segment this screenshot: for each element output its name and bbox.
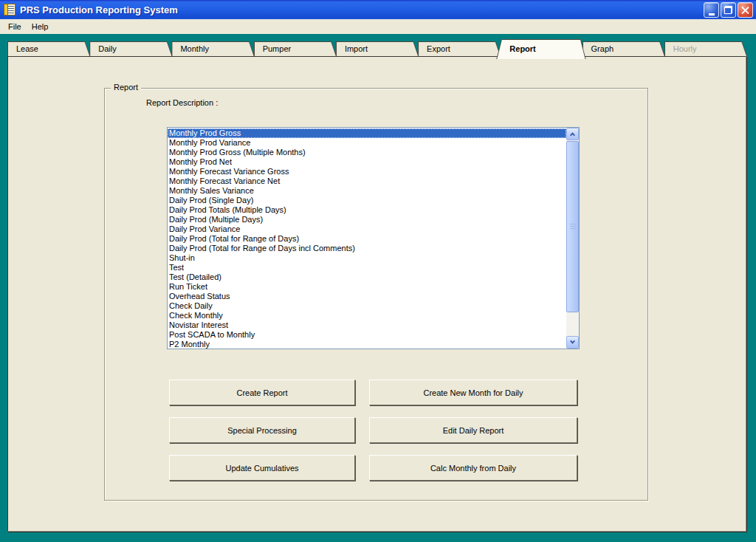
tab-label: Pumper (255, 42, 336, 56)
form-background: LeaseDailyMonthlyPumperImportExportRepor… (0, 34, 756, 542)
report-groupbox: Report Report Description : Monthly Prod… (104, 88, 648, 501)
report-groupbox-legend: Report (111, 83, 141, 92)
tab-monthly[interactable]: Monthly (171, 41, 254, 56)
list-item[interactable]: Novistar Interest (168, 320, 566, 330)
list-item[interactable]: Daily Prod Totals (Multiple Days) (168, 205, 566, 215)
list-item[interactable]: Check Daily (168, 301, 566, 311)
minimize-button[interactable] (704, 2, 719, 18)
list-item[interactable]: Overhead Status (168, 292, 566, 301)
tab-label: Export (419, 42, 500, 56)
tab-hourly: Hourly (664, 41, 747, 56)
edit-daily-report-button[interactable]: Edit Daily Report (369, 417, 577, 443)
update-cumulatives-button[interactable]: Update Cumulatives (169, 455, 355, 481)
scrollbar-grip-icon (570, 224, 576, 230)
list-item[interactable]: Test (Detailed) (168, 272, 566, 282)
app-icon (4, 4, 16, 16)
tab-pumper[interactable]: Pumper (254, 41, 337, 56)
list-item[interactable]: Shut-in (168, 253, 566, 263)
tab-label: Monthly (172, 42, 253, 56)
list-item[interactable]: Monthly Prod Gross (Multiple Months) (168, 148, 566, 157)
report-list-items: Monthly Prod GrossMonthly Prod VarianceM… (168, 128, 566, 349)
list-item[interactable]: Daily Prod Variance (168, 224, 566, 234)
title-bar: PRS Production Reporting System (0, 0, 756, 19)
list-item[interactable]: Monthly Forecast Variance Gross (168, 167, 566, 176)
list-item[interactable]: P2 Monthly (168, 340, 566, 349)
special-processing-button[interactable]: Special Processing (169, 417, 355, 443)
tab-import[interactable]: Import (336, 41, 419, 56)
tab-label: Report (497, 40, 585, 59)
list-item[interactable]: Post SCADA to Monthly (168, 330, 566, 340)
tab-label: Lease (8, 42, 89, 56)
tab-label: Import (337, 42, 418, 56)
list-item[interactable]: Test (168, 263, 566, 272)
list-item[interactable]: Daily Prod (Single Day) (168, 196, 566, 205)
scrollbar-thumb[interactable] (566, 141, 579, 312)
menu-item-help[interactable]: Help (27, 21, 54, 32)
menu-item-file[interactable]: File (3, 21, 27, 32)
scrollbar-track[interactable] (566, 140, 579, 336)
minimize-icon (709, 13, 715, 16)
tab-strip: LeaseDailyMonthlyPumperImportExportRepor… (7, 39, 746, 56)
create-new-month-for-daily-button[interactable]: Create New Month for Daily (369, 380, 577, 405)
tab-graph[interactable]: Graph (583, 41, 665, 56)
tab-label: Daily (90, 42, 171, 56)
chevron-down-icon (570, 339, 575, 344)
create-report-button[interactable]: Create Report (169, 380, 355, 405)
list-item[interactable]: Daily Prod (Multiple Days) (168, 215, 566, 224)
calc-monthly-from-daily-button[interactable]: Calc Monthly from Daily (369, 455, 577, 481)
tab-label: Graph (583, 42, 664, 56)
tab-daily[interactable]: Daily (89, 41, 172, 56)
list-item[interactable]: Monthly Prod Gross (168, 128, 566, 138)
tab-export[interactable]: Export (418, 41, 501, 56)
list-item[interactable]: Run Ticket (168, 282, 566, 292)
scroll-up-button[interactable] (566, 128, 579, 140)
report-list[interactable]: Monthly Prod GrossMonthly Prod VarianceM… (167, 127, 580, 349)
scroll-down-button[interactable] (566, 336, 579, 349)
restore-button[interactable] (721, 2, 736, 18)
window-controls (704, 2, 753, 18)
close-icon (740, 5, 750, 15)
report-description-label: Report Description : (146, 98, 218, 107)
report-tab-page: Report Report Description : Monthly Prod… (7, 56, 746, 532)
tab-label: Hourly (665, 42, 746, 56)
chevron-up-icon (570, 132, 575, 137)
app-window: PRS Production Reporting System FileHelp… (0, 0, 756, 542)
list-item[interactable]: Daily Prod (Total for Range of Days) (168, 234, 566, 244)
close-button[interactable] (738, 2, 753, 18)
menu-bar: FileHelp (0, 19, 756, 34)
restore-icon (724, 6, 732, 14)
list-item[interactable]: Monthly Prod Variance (168, 138, 566, 148)
tab-report[interactable]: Report (496, 39, 585, 59)
window-title: PRS Production Reporting System (20, 4, 178, 16)
list-item[interactable]: Check Monthly (168, 311, 566, 320)
list-item[interactable]: Monthly Forecast Variance Net (168, 176, 566, 186)
report-list-scrollbar[interactable] (566, 128, 579, 349)
list-item[interactable]: Daily Prod (Total for Range of Days incl… (168, 244, 566, 253)
list-item[interactable]: Monthly Prod Net (168, 157, 566, 167)
list-item[interactable]: Monthly Sales Variance (168, 186, 566, 196)
tab-lease[interactable]: Lease (7, 41, 90, 56)
